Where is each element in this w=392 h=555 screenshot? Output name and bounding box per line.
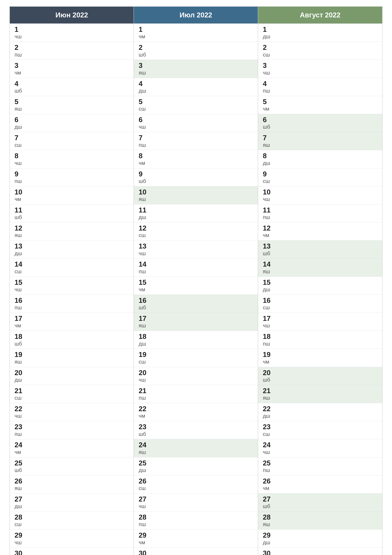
day-row-june-28: 28сш [10,511,134,530]
day-label: сш [263,178,378,184]
day-number: 20 [263,369,378,377]
day-label: сш [14,142,129,148]
day-number: 8 [14,152,129,160]
day-label: пш [14,51,129,58]
day-row-july-12: 12сш [134,222,258,241]
day-label: чм [139,33,253,40]
day-number: 16 [139,297,253,304]
day-number: 27 [14,495,129,503]
day-row-august-17: 17чш [258,313,382,331]
day-row-august-11: 11пш [258,204,382,222]
day-label: дш [263,413,378,419]
day-label: чш [14,413,129,419]
day-row-june-26: 26яш [10,475,134,493]
day-row-august-13: 13шб [258,241,382,258]
day-number: 9 [14,170,129,178]
day-number: 14 [139,260,253,268]
day-row-august-7: 7яш [258,132,382,150]
day-label: чш [139,377,253,383]
day-number: 26 [139,477,253,485]
day-label: чм [139,286,253,293]
day-number: 23 [139,423,253,431]
day-row-july-4: 4дш [134,78,258,96]
day-number: 12 [14,224,129,232]
day-number: 18 [263,333,378,340]
day-number: 22 [14,405,129,413]
day-label: яш [263,268,378,275]
day-number: 11 [14,206,129,214]
day-row-june-9: 9пш [10,168,134,186]
day-label: чш [139,124,253,130]
day-label: пш [263,467,378,473]
day-number: 17 [263,315,378,322]
day-number: 30 [263,549,378,555]
day-row-july-9: 9шб [134,168,258,186]
day-number: 5 [263,98,378,106]
day-label: чм [14,322,129,329]
day-label: сш [263,304,378,311]
day-row-august-10: 10чш [258,186,382,204]
day-number: 3 [263,62,378,69]
day-row-june-20: 20дш [10,367,134,385]
day-label: дш [139,88,253,94]
day-label: пш [14,178,129,184]
day-label: шб [263,503,378,510]
day-row-july-23: 23шб [134,421,258,439]
day-row-july-11: 11дш [134,204,258,222]
day-label: сш [14,394,129,401]
day-row-july-30: 30шб [134,548,258,555]
day-number: 7 [139,134,253,142]
day-number: 7 [14,134,129,142]
day-label: чм [139,413,253,419]
month-header-june: Июн 2022 [10,7,134,24]
day-row-august-27: 27шб [258,493,382,511]
day-number: 26 [263,477,378,485]
day-row-july-1: 1чм [134,24,258,42]
day-row-june-13: 13дш [10,241,134,258]
day-label: чм [14,196,129,202]
day-label: яш [139,322,253,329]
day-label: яш [14,232,129,238]
day-label: шб [14,214,129,220]
day-row-august-3: 3чш [258,60,382,78]
day-label: пш [139,394,253,401]
day-row-july-3: 3яш [134,60,258,78]
month-column-august: Август 20221дш2сш3чш4пш5чм6шб7яш8дш9сш10… [258,7,382,555]
day-number: 24 [14,441,129,449]
day-row-june-4: 4шб [10,78,134,96]
day-row-august-16: 16сш [258,295,382,313]
day-row-june-30: 30пш [10,548,134,555]
day-row-june-29: 29чш [10,530,134,548]
day-label: чм [139,539,253,546]
day-label: чш [263,69,378,76]
day-number: 8 [263,152,378,160]
day-row-july-13: 13чш [134,241,258,258]
day-label: сш [14,521,129,527]
calendar-wrapper: Июн 20221чш2пш3чм4шб5яш6дш7сш8чш9пш10чм1… [0,0,392,555]
day-label: яш [139,196,253,202]
day-row-june-2: 2пш [10,42,134,60]
day-row-june-14: 14сш [10,258,134,277]
day-label: чм [263,232,378,238]
day-number: 10 [263,188,378,196]
day-row-august-23: 23сш [258,421,382,439]
day-row-august-2: 2сш [258,42,382,60]
day-number: 1 [263,26,378,33]
day-number: 2 [14,44,129,51]
day-label: сш [263,431,378,437]
day-label: яш [139,69,253,76]
day-number: 23 [263,423,378,431]
day-row-august-20: 20шб [258,367,382,385]
day-number: 28 [139,513,253,521]
day-number: 1 [139,26,253,33]
day-row-august-4: 4пш [258,78,382,96]
day-label: сш [139,106,253,112]
day-row-june-11: 11шб [10,204,134,222]
month-column-june: Июн 20221чш2пш3чм4шб5яш6дш7сш8чш9пш10чм1… [10,7,134,555]
day-row-july-8: 8чм [134,150,258,168]
day-number: 6 [139,116,253,124]
day-number: 25 [139,459,253,467]
day-number: 16 [14,297,129,304]
day-row-july-24: 24яш [134,439,258,457]
day-number: 9 [139,170,253,178]
